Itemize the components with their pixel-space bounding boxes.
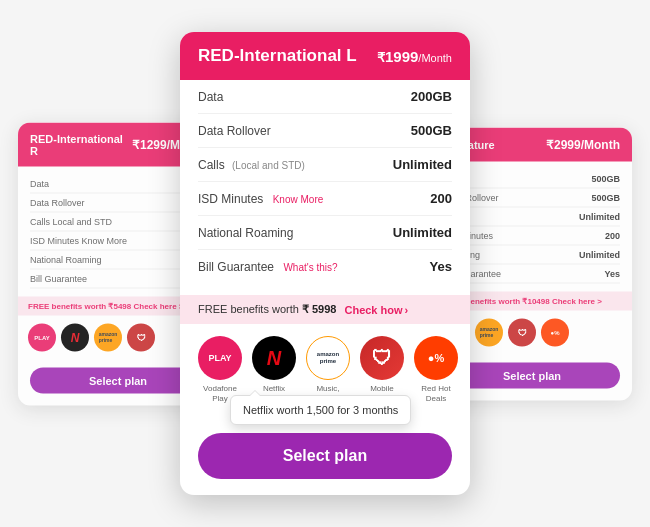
main-card-header: RED-International L ₹1999/Month (180, 32, 470, 80)
free-benefits-bar: FREE benefits worth ₹ 5998 Check how › (180, 295, 470, 324)
deals-icon: ●% (541, 318, 569, 346)
know-more-link[interactable]: Know More (273, 194, 324, 205)
feature-row-calls: Calls (Local and STD) Unlimited (198, 148, 452, 182)
table-row: Data500GB (444, 169, 620, 188)
shield-icon: 🛡 (360, 336, 404, 380)
main-plan-price: ₹1999/Month (377, 48, 452, 65)
feature-row-isd: ISD Minutes Know More 200 (198, 182, 452, 216)
right-card-price: ₹2999/Month (546, 137, 620, 151)
netflix-icon: N (61, 323, 89, 351)
table-row: ISD Minutes200 (444, 226, 620, 245)
deals-icon: ●% (414, 336, 458, 380)
amazon-prime-icon: amazonprime (306, 336, 350, 380)
table-row: RoamingUnlimited (444, 245, 620, 264)
main-card: RED-International L ₹1999/Month Data 200… (180, 32, 470, 495)
benefit-mobile-shield: 🛡 MobileShield (360, 336, 404, 403)
feature-row-rollover: Data Rollover 500GB (198, 114, 452, 148)
feature-row-roaming: National Roaming Unlimited (198, 216, 452, 250)
netflix-icon: N (252, 336, 296, 380)
main-plan-name: RED-International L (198, 46, 357, 66)
table-row: Bill GuaranteeYes (444, 264, 620, 283)
main-card-body: Data 200GB Data Rollover 500GB Calls (Lo… (180, 80, 470, 295)
feature-row-data: Data 200GB (198, 80, 452, 114)
benefits-icons-row: PLAY VodafonePlay N Netflix Netflix wort… (180, 324, 470, 423)
benefit-red-hot-deals: ●% Red HotDeals (414, 336, 458, 403)
right-card-select-button[interactable]: Select plan (444, 362, 620, 388)
feature-row-bill: Bill Guarantee What's this? Yes (198, 250, 452, 283)
netflix-tooltip: Netflix worth 1,500 for 3 months (230, 395, 411, 425)
vodafone-play-icon: PLAY (28, 323, 56, 351)
page-wrapper: RED-International R ₹1299/Month Data Dat… (0, 0, 650, 527)
main-select-plan-button[interactable]: Select plan (198, 433, 452, 479)
amazon-prime-icon: amazonprime (475, 318, 503, 346)
benefit-netflix: N Netflix Netflix worth 1,500 for 3 mont… (252, 336, 296, 394)
table-row: Data Rollover500GB (444, 188, 620, 207)
benefit-vodafone-play: PLAY VodafonePlay (198, 336, 242, 403)
left-card-title: RED-International R (30, 132, 132, 156)
whats-this-link[interactable]: What's this? (283, 262, 337, 273)
check-how-link[interactable]: Check how › (344, 304, 408, 316)
vodafone-play-icon: PLAY (198, 336, 242, 380)
benefits-section: PLAY VodafonePlay N Netflix Netflix wort… (180, 324, 470, 423)
shield-icon: 🛡 (508, 318, 536, 346)
amazon-prime-icon: amazonprime (94, 323, 122, 351)
shield-icon: 🛡 (127, 323, 155, 351)
table-row: CallsUnlimited (444, 207, 620, 226)
